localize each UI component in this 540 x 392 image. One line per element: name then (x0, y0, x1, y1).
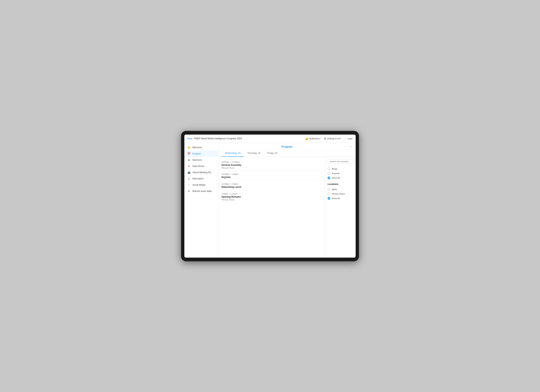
gear-icon: ⚙ (324, 137, 326, 140)
schedule-name-1: Keynote (221, 176, 322, 178)
filter-label-show-all: Show All (332, 177, 340, 179)
filter-alpha[interactable]: alpha (328, 187, 353, 191)
top-bar: fibep FIBEP World Media Intelligence Con… (184, 135, 356, 143)
logo: fibep (187, 138, 192, 140)
sidebar-label-social: Social Media (192, 184, 205, 186)
schedule-time-0: 10:00am - 12:00pm (221, 161, 322, 163)
sidebar-label-program: Program (192, 152, 201, 155)
radio-plenary (328, 192, 330, 195)
radio-alpha (328, 188, 330, 191)
welcome-icon: 👋 (187, 146, 190, 149)
logo-area: fibep FIBEP World Media Intelligence Con… (187, 137, 242, 140)
sidebar-label-gala: Gala Dinner (192, 165, 205, 167)
schedule-item-0[interactable]: 10:00am - 12:00pm General Assembly Plena… (221, 159, 322, 171)
filter-label-plenary: Plenary Room (332, 193, 345, 195)
sidebar-item-information[interactable]: ℹ Information (184, 176, 218, 182)
locations-header: Locations (328, 183, 353, 186)
login-label: Login (347, 137, 353, 140)
schedule-item-3[interactable]: 1:00pm - 1:15pm Opening Remarks Plenary … (221, 191, 322, 203)
schedule-time-1: 12:00pm - 1:00pm (221, 173, 322, 175)
schedule-list: 10:00am - 12:00pm General Assembly Plena… (219, 157, 325, 258)
sidebar-label-refresh: Refresh event data (192, 190, 211, 192)
sponsors-icon: ⊞ (187, 159, 190, 162)
tablet-frame: fibep FIBEP World Media Intelligence Con… (181, 131, 359, 261)
notifications-label: Notifications (309, 137, 320, 140)
login-button[interactable]: → Login (344, 137, 353, 140)
filter-break[interactable]: Break (328, 167, 353, 171)
filter-label-show-all-loc: Show All (332, 197, 340, 200)
filter-show-all[interactable]: Show All (328, 176, 353, 180)
schedule-name-2: Networking Lunch (221, 186, 322, 188)
settings-button[interactable]: ⚙ Settings & Info (324, 137, 341, 140)
schedule-item-2[interactable]: 12:00pm - 1:00pm Networking Lunch (221, 181, 322, 191)
sidebar-item-refresh[interactable]: ↻ Refresh event data (184, 188, 218, 194)
filter-keynote[interactable]: Keynote (328, 171, 353, 176)
filter-label-alpha: alpha (332, 188, 337, 191)
filter-label-keynote: Keynote (332, 172, 339, 175)
radio-show-all-loc (328, 197, 330, 200)
schedule-name-0: General Assembly (221, 164, 322, 166)
notifications-button[interactable]: 🔔 Notifications (305, 137, 320, 140)
search-input[interactable] (328, 159, 353, 164)
radio-keynote (328, 172, 330, 175)
filter-panel: Break Keynote Show All Locations (325, 157, 356, 258)
login-icon: → (344, 137, 346, 140)
sidebar-item-welcome[interactable]: 👋 Welcome (184, 144, 218, 151)
day-tabs: Wednesday, 23 Thursday, 24 Friday, 25 (219, 150, 356, 157)
filter-plenary[interactable]: Plenary Room (328, 191, 353, 196)
program-header: Program ← (219, 143, 356, 150)
sidebar-label-sponsors: Sponsors (192, 159, 202, 161)
social-icon: ⑂ (187, 184, 190, 186)
sidebar-label-virtual: Virtual Meeting Ro... (192, 171, 213, 174)
program-icon: 📅 (187, 152, 190, 155)
sidebar-item-social[interactable]: ⑂ Social Media (184, 182, 218, 188)
schedule-location-3: Plenary Room (221, 199, 322, 201)
sidebar-label-information: Information (192, 177, 204, 180)
sidebar-item-gala[interactable]: 🍷 Gala Dinner (184, 163, 218, 169)
tab-friday[interactable]: Friday, 25 (264, 150, 280, 157)
bell-icon: 🔔 (305, 137, 308, 140)
information-icon: ℹ (187, 177, 190, 180)
sidebar-label-welcome: Welcome (192, 146, 202, 149)
schedule-item-1[interactable]: 12:00pm - 1:00pm Keynote (221, 171, 322, 181)
virtual-icon: 📹 (187, 171, 190, 174)
schedule-time-2: 12:00pm - 1:00pm (221, 183, 322, 185)
sidebar-item-sponsors[interactable]: ⊞ Sponsors (184, 157, 218, 163)
program-title: Program (282, 145, 293, 148)
refresh-icon: ↻ (187, 190, 190, 193)
back-button[interactable]: ← (350, 145, 353, 148)
top-bar-actions: 🔔 Notifications ⚙ Settings & Info → Logi… (305, 137, 353, 140)
schedule-time-3: 1:00pm - 1:15pm (221, 193, 322, 195)
schedule-location-0: Plenary Room (221, 167, 322, 169)
filter-show-all-loc[interactable]: Show All (328, 196, 353, 201)
sidebar: 👋 Welcome 📅 Program ⊞ Sponsors 🍷 Gala Di… (184, 143, 219, 258)
radio-show-all (328, 176, 330, 179)
program-container: Program ← Wednesday, 23 Thursday, 24 Fri… (219, 143, 356, 258)
gala-icon: 🍷 (187, 165, 190, 168)
app-title: FIBEP World Media Intelligence Congress … (194, 137, 242, 140)
main-layout: 👋 Welcome 📅 Program ⊞ Sponsors 🍷 Gala Di… (184, 143, 356, 258)
sidebar-item-program[interactable]: 📅 Program (184, 151, 218, 157)
filter-label-break: Break (332, 168, 337, 170)
tablet-screen: fibep FIBEP World Media Intelligence Con… (184, 135, 356, 258)
tab-thursday[interactable]: Thursday, 24 (244, 150, 264, 157)
schedule-name-3: Opening Remarks (221, 196, 322, 198)
settings-label: Settings & Info (327, 137, 341, 140)
program-body: 10:00am - 12:00pm General Assembly Plena… (219, 157, 356, 258)
tab-wednesday[interactable]: Wednesday, 23 (221, 150, 244, 157)
sidebar-item-virtual[interactable]: 📹 Virtual Meeting Ro... (184, 169, 218, 176)
radio-break (328, 167, 330, 170)
